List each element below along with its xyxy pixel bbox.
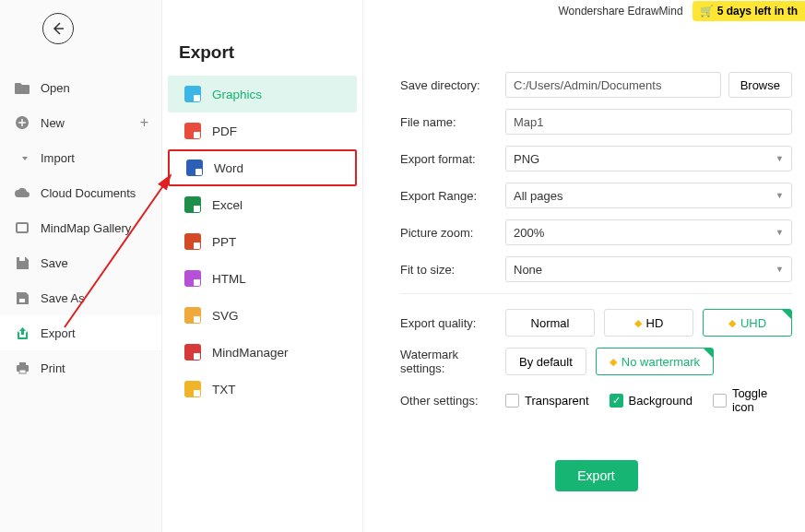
menu-open-label: Open bbox=[41, 81, 70, 95]
format-pdf[interactable]: PDF bbox=[168, 112, 357, 149]
watermark-default[interactable]: By default bbox=[505, 348, 586, 375]
checkbox-checked-icon: ✓ bbox=[610, 394, 623, 408]
export-button[interactable]: Export bbox=[555, 460, 638, 491]
svg-rect-3 bbox=[19, 257, 25, 261]
caret-down-icon: ▼ bbox=[775, 191, 784, 200]
cloud-icon bbox=[15, 185, 30, 200]
quality-normal[interactable]: Normal bbox=[505, 309, 595, 337]
mindmanager-icon bbox=[184, 344, 201, 361]
chk-toggle[interactable]: Toggle icon bbox=[713, 386, 792, 414]
format-txt-label: TXT bbox=[212, 383, 236, 396]
menu-cloud-label: Cloud Documents bbox=[41, 186, 136, 200]
menu-print-label: Print bbox=[41, 361, 65, 375]
svg-rect-2 bbox=[18, 224, 27, 231]
plus-icon: + bbox=[140, 114, 148, 131]
format-svg[interactable]: SVG bbox=[168, 297, 357, 334]
diamond-icon: ◆ bbox=[728, 317, 736, 329]
browse-button[interactable]: Browse bbox=[728, 72, 792, 98]
quality-hd-label: HD bbox=[646, 316, 664, 330]
format-mindmanager[interactable]: MindManager bbox=[168, 334, 357, 371]
divider bbox=[400, 293, 792, 294]
file-menu-sidebar: Open New+ Import Cloud Documents MindMap… bbox=[0, 0, 162, 532]
zoom-value: 200% bbox=[514, 226, 544, 240]
filename-input[interactable] bbox=[505, 109, 792, 135]
format-mindmanager-label: MindManager bbox=[212, 346, 289, 360]
export-settings-panel: Save directory: Browse File name: Export… bbox=[363, 0, 805, 532]
export-title: Export bbox=[162, 42, 362, 76]
quality-hd[interactable]: ◆HD bbox=[604, 309, 693, 337]
menu-save-label: Save bbox=[41, 256, 68, 270]
format-ppt[interactable]: PPT bbox=[168, 223, 357, 260]
savedir-input[interactable] bbox=[505, 72, 721, 98]
graphics-icon bbox=[184, 86, 201, 102]
format-select[interactable]: PNG▼ bbox=[505, 146, 792, 171]
menu-new[interactable]: New+ bbox=[0, 105, 161, 140]
format-value: PNG bbox=[514, 152, 539, 166]
arrow-left-icon bbox=[51, 21, 65, 36]
caret-down-icon: ▼ bbox=[775, 154, 784, 163]
quality-label: Export quality: bbox=[400, 316, 505, 330]
menu-import[interactable]: Import bbox=[0, 140, 161, 175]
watermark-none-label: No wartermark bbox=[622, 355, 700, 369]
txt-icon bbox=[184, 381, 201, 397]
caret-down-icon: ▼ bbox=[775, 228, 784, 237]
format-ppt-label: PPT bbox=[212, 235, 236, 249]
menu-saveas[interactable]: Save As bbox=[0, 280, 161, 315]
back-button[interactable] bbox=[42, 13, 74, 44]
export-format-panel: Export Graphics PDF Word Excel PPT HTML … bbox=[162, 0, 363, 532]
format-graphics[interactable]: Graphics bbox=[168, 76, 357, 112]
html-icon bbox=[184, 270, 201, 287]
chk-background[interactable]: ✓Background bbox=[610, 386, 693, 414]
format-excel[interactable]: Excel bbox=[168, 186, 357, 223]
savedir-label: Save directory: bbox=[400, 78, 505, 92]
export-icon bbox=[15, 325, 30, 340]
range-select[interactable]: All pages▼ bbox=[505, 183, 792, 208]
quality-uhd[interactable]: ◆UHD bbox=[703, 309, 792, 337]
word-icon bbox=[186, 160, 203, 176]
watermark-label: Watermark settings: bbox=[400, 348, 505, 375]
menu-print[interactable]: Print bbox=[0, 350, 161, 385]
chk-transparent[interactable]: Transparent bbox=[505, 386, 589, 414]
range-label: Export Range: bbox=[400, 189, 505, 203]
diamond-icon: ◆ bbox=[610, 356, 617, 368]
menu-export[interactable]: Export bbox=[0, 315, 161, 350]
format-excel-label: Excel bbox=[212, 198, 243, 212]
gallery-icon bbox=[15, 220, 30, 235]
checkbox-icon bbox=[505, 394, 519, 408]
fit-value: None bbox=[514, 263, 542, 277]
menu-open[interactable]: Open bbox=[0, 70, 161, 105]
pdf-icon bbox=[184, 123, 201, 139]
zoom-label: Picture zoom: bbox=[400, 226, 505, 240]
menu-import-label: Import bbox=[41, 151, 75, 165]
format-graphics-label: Graphics bbox=[212, 88, 262, 101]
format-word[interactable]: Word bbox=[168, 149, 357, 186]
fit-select[interactable]: None▼ bbox=[505, 256, 792, 282]
format-pdf-label: PDF bbox=[212, 124, 237, 138]
menu-gallery[interactable]: MindMap Gallery bbox=[0, 210, 161, 245]
checkbox-icon bbox=[713, 394, 727, 408]
plus-circle-icon bbox=[15, 115, 30, 130]
format-txt[interactable]: TXT bbox=[168, 371, 357, 408]
fit-label: Fit to size: bbox=[400, 263, 505, 277]
chk-transparent-label: Transparent bbox=[525, 394, 589, 408]
excel-icon bbox=[184, 196, 201, 213]
folder-icon bbox=[15, 80, 30, 95]
watermark-none[interactable]: ◆No wartermark bbox=[596, 348, 714, 375]
trial-badge[interactable]: 🛒 5 days left in th bbox=[693, 1, 805, 21]
caret-down-icon: ▼ bbox=[775, 265, 784, 274]
menu-new-label: New bbox=[41, 116, 65, 130]
ppt-icon bbox=[184, 233, 201, 250]
format-html[interactable]: HTML bbox=[168, 260, 357, 297]
filename-label: File name: bbox=[400, 115, 505, 129]
menu-export-label: Export bbox=[41, 326, 76, 340]
diamond-icon: ◆ bbox=[634, 317, 642, 329]
quality-uhd-label: UHD bbox=[740, 316, 766, 330]
menu-gallery-label: MindMap Gallery bbox=[41, 221, 131, 235]
zoom-select[interactable]: 200%▼ bbox=[505, 219, 792, 245]
svg-rect-7 bbox=[19, 370, 26, 373]
menu-cloud[interactable]: Cloud Documents bbox=[0, 175, 161, 210]
format-html-label: HTML bbox=[212, 272, 246, 286]
app-brand: Wondershare EdrawMind bbox=[558, 5, 682, 18]
menu-save[interactable]: Save bbox=[0, 245, 161, 280]
menu-saveas-label: Save As bbox=[41, 291, 85, 305]
